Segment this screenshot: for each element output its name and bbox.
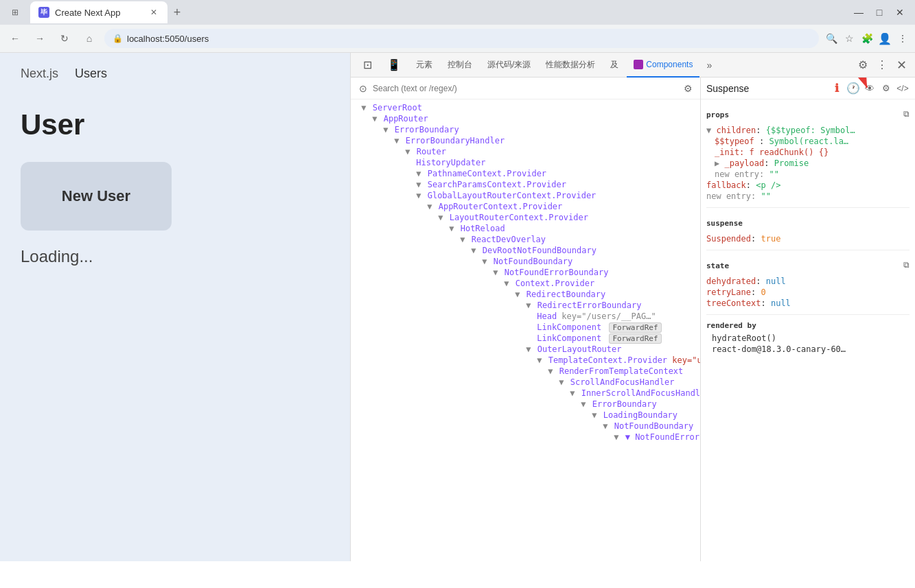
settings-icon[interactable]: ⚙ (879, 82, 893, 95)
address-bar: ← → ↻ ⌂ 🔒 localhost:5050/users 🔍 ☆ 🧩 👤 ⋮ (0, 25, 915, 52)
forward-button[interactable]: → (30, 29, 49, 48)
tree-search-input[interactable] (373, 84, 678, 93)
prop-init: _init: f readChunk() {} (706, 147, 910, 158)
new-tab-button[interactable]: + (167, 3, 187, 22)
component-action-icons: ℹ 🕐 👁 ⚙ </> (830, 82, 910, 95)
tree-node-notfounderrorboundary-1[interactable]: ▼ NotFoundErrorBoundary (351, 267, 700, 278)
more-tabs-button[interactable]: » (701, 60, 717, 71)
devtools-tab-inspect[interactable]: ⊡ (356, 53, 379, 78)
devtools-panel: ⊡ 📱 元素 控制台 源代码/来源 性能数据分析 及 (350, 53, 915, 561)
devtools-tab-device[interactable]: 📱 (380, 53, 408, 78)
prop-reactdom: react-dom@18.3.0-canary-60… (706, 344, 910, 355)
close-button[interactable]: ✕ (890, 3, 910, 22)
tree-node-renderfromtemplate[interactable]: ▼ RenderFromTemplateContext (351, 366, 700, 377)
devtools-close-button[interactable]: ✕ (893, 57, 910, 73)
home-button[interactable]: ⌂ (80, 29, 99, 48)
tree-node-head[interactable]: Head key="/users/__PAG…" (351, 311, 700, 322)
reload-button[interactable]: ↻ (55, 29, 74, 48)
selected-component-name: Suspense (706, 83, 830, 94)
prop-new-entry-1: new entry: "" (706, 169, 910, 180)
tree-settings-icon[interactable]: ⚙ (681, 82, 695, 95)
components-panel: ⊙ ⚙ ▼ ServerRoot ▼ AppRouter (351, 78, 915, 561)
tree-node-errorboundary-2[interactable]: ▼ ErrorBoundary (351, 399, 700, 410)
tree-node-router[interactable]: ▼ Router (351, 146, 700, 157)
tree-node-redirectboundary[interactable]: ▼ RedirectBoundary (351, 289, 700, 300)
tree-node-globallayoutprovider[interactable]: ▼ GlobalLayoutRouterContext.Provider (351, 190, 700, 201)
tree-node-linkcomponent-1[interactable]: LinkComponent ForwardRef (351, 322, 700, 333)
tree-node-historyupdater[interactable]: HistoryUpdater (351, 157, 700, 168)
tree-node-serverroot[interactable]: ▼ ServerRoot (351, 102, 700, 113)
prop-fallback: fallback: <p /> (706, 180, 910, 191)
tree-node-reactdevoverlay[interactable]: ▼ ReactDevOverlay (351, 234, 700, 245)
tab-bar: ⊞ 毕 Create Next App ✕ + — □ ✕ (0, 0, 915, 25)
tree-node-notfoundboundary-2[interactable]: ▼ NotFoundBoundary (351, 421, 700, 432)
tree-node-notfounderrorboundary-2[interactable]: ▼ ▼ NotFoundErrorBoundary (351, 432, 700, 443)
tree-node-linkcomponent-2[interactable]: LinkComponent ForwardRef (351, 333, 700, 344)
prop-typeof: $$typeof : Symbol(react.la… (706, 136, 910, 147)
rendered-by-title-row: rendered by (706, 320, 910, 330)
tree-node-errorboundaryhandler[interactable]: ▼ ErrorBoundaryHandler (351, 135, 700, 146)
prop-suspended: Suspended: true (706, 233, 910, 244)
suspense-section-title: suspense (706, 219, 743, 228)
prop-payload: ▶ _payload: Promise (706, 158, 910, 169)
nav-item-users[interactable]: Users (75, 67, 107, 81)
tree-pointer-icon[interactable]: ⊙ (356, 82, 370, 95)
menu-icon[interactable]: ⋮ (896, 32, 910, 45)
tree-node-layoutrouterprovider[interactable]: ▼ LayoutRouterContext.Provider (351, 212, 700, 223)
bookmark-icon[interactable]: ☆ (842, 32, 856, 45)
tree-node-notfoundboundary-1[interactable]: ▼ NotFoundBoundary (351, 256, 700, 267)
prop-retrylane: retryLane: 0 (706, 287, 910, 298)
devtools-settings-button[interactable]: ⚙ (855, 57, 871, 73)
tree-node-outerlayoutrouter[interactable]: ▼ OuterLayoutRouter (351, 344, 700, 355)
main-layout: Next.js Users User New User Loading... ⊡… (0, 53, 915, 561)
devtools-tab-elements[interactable]: 元素 (409, 53, 439, 78)
state-title-row: state ⧉ (706, 256, 910, 273)
devtools-tab-components[interactable]: Components (627, 53, 699, 78)
address-input-container[interactable]: 🔒 localhost:5050/users (104, 29, 819, 48)
tree-node-scrollfocushandler[interactable]: ▼ ScrollAndFocusHandler (351, 377, 700, 388)
tree-node-searchparamsprovider[interactable]: ▼ SearchParamsContext.Provider (351, 179, 700, 190)
tree-node-loadingboundary[interactable]: ▼ LoadingBoundary (351, 410, 700, 421)
components-tab-label: Components (646, 60, 693, 69)
address-text: localhost:5050/users (127, 34, 209, 44)
code-icon[interactable]: </> (896, 82, 910, 95)
devtools-tab-sources[interactable]: 源代码/来源 (480, 53, 537, 78)
search-icon[interactable]: 🔍 (824, 32, 838, 45)
prop-hydrateroot: hydrateRoot() (706, 333, 910, 344)
copy-state-button[interactable]: ⧉ (903, 260, 910, 270)
tab-list-button[interactable]: ⊞ (5, 3, 25, 22)
props-title-row: props ⧉ (706, 105, 910, 122)
tree-node-redirecterrorboundary[interactable]: ▼ RedirectErrorBoundary (351, 300, 700, 311)
loading-text: Loading... (21, 247, 329, 266)
devtools-tab-extra[interactable]: 及 (603, 53, 625, 78)
devtools-tab-console[interactable]: 控制台 (441, 53, 479, 78)
extensions-icon[interactable]: 🧩 (860, 32, 874, 45)
devtools-kebab-button[interactable]: ⋮ (874, 57, 890, 73)
devtools-tab-performance[interactable]: 性能数据分析 (539, 53, 602, 78)
tree-node-contextprovider[interactable]: ▼ Context.Provider (351, 278, 700, 289)
tree-node-approuter[interactable]: ▼ AppRouter (351, 113, 700, 124)
tree-node-templateprovider[interactable]: ▼ TemplateContext.Provider key="users" (351, 355, 700, 366)
minimize-button[interactable]: — (849, 3, 868, 22)
profile-icon[interactable]: 👤 (878, 32, 892, 45)
tab-close-button[interactable]: ✕ (148, 7, 159, 18)
tree-node-errorboundary-1[interactable]: ▼ ErrorBoundary (351, 124, 700, 135)
prop-children: ▼ children: {$$typeof: Symbol… (706, 125, 910, 136)
tree-node-approuterprovider[interactable]: ▼ AppRouterContext.Provider (351, 201, 700, 212)
suspense-title-row: suspense (706, 213, 910, 231)
tree-node-innerscrollfocus[interactable]: ▼ InnerScrollAndFocusHandler (351, 388, 700, 399)
tree-node-devrootnotfound[interactable]: ▼ DevRootNotFoundBoundary (351, 245, 700, 256)
clock-icon[interactable]: 🕐 (846, 82, 860, 95)
info-icon[interactable]: ℹ (830, 82, 844, 95)
tab-favicon: 毕 (38, 7, 49, 18)
tree-node-hotreload[interactable]: ▼ HotReload (351, 223, 700, 234)
nav-item-nextjs[interactable]: Next.js (21, 67, 58, 81)
active-tab[interactable]: 毕 Create Next App ✕ (30, 1, 167, 23)
tree-node-pathnameprovider[interactable]: ▼ PathnameContext.Provider (351, 168, 700, 179)
new-user-button[interactable]: New User (21, 162, 172, 231)
back-button[interactable]: ← (5, 29, 25, 48)
page-title: User (21, 108, 329, 141)
maximize-button[interactable]: □ (870, 3, 889, 22)
eye-icon[interactable]: 👁 (863, 82, 877, 95)
copy-props-button[interactable]: ⧉ (903, 109, 910, 119)
